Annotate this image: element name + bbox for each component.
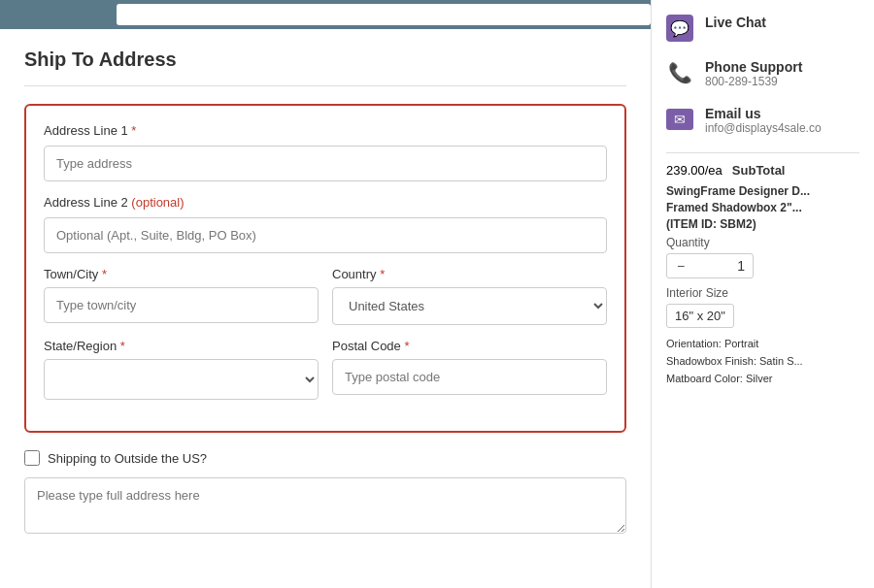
support-text-livechat: Live Chat (705, 15, 766, 30)
product-info: 239.00/ea SubTotal SwingFrame Designer D… (666, 163, 859, 387)
support-text-email: Email us info@displays4sale.co (705, 106, 822, 135)
product-price: 239.00/ea (666, 163, 723, 178)
town-city-input[interactable] (44, 287, 319, 323)
support-item-livechat[interactable]: 💬 Live Chat (666, 15, 859, 42)
address-line1-label: Address Line 1 * (44, 123, 607, 138)
price-row: 239.00/ea SubTotal (666, 163, 859, 178)
support-text-phone: Phone Support 800-289-1539 (705, 59, 802, 88)
state-region-select[interactable]: Alabama Alaska Arizona California Colora… (44, 359, 319, 400)
quantity-label: Quantity (666, 236, 859, 249)
email-icon: ✉ (666, 106, 693, 133)
size-label: Interior Size (666, 286, 859, 300)
quantity-control: − 1 (666, 253, 754, 278)
state-region-col: State/Region * Alabama Alaska Arizona Ca… (44, 339, 319, 400)
postal-code-label: Postal Code * (332, 339, 607, 353)
address-line2-input[interactable] (44, 217, 607, 253)
state-postal-row: State/Region * Alabama Alaska Arizona Ca… (44, 339, 607, 400)
postal-code-input[interactable] (332, 359, 607, 395)
town-country-row: Town/City * Country * United States Cana… (44, 267, 607, 325)
support-item-email[interactable]: ✉ Email us info@displays4sale.co (666, 106, 859, 135)
full-address-container (24, 477, 626, 537)
size-section: Interior Size 16" x 20" (666, 286, 859, 336)
town-city-label: Town/City * (44, 267, 319, 281)
outside-us-label[interactable]: Shipping to Outside the US? (48, 451, 207, 466)
support-item-phone[interactable]: 📞 Phone Support 800-289-1539 (666, 59, 859, 88)
orientation-text: Orientation: Portrait Shadowbox Finish: … (666, 336, 859, 387)
modal-panel: Ship To Address Address Line 1 * Address… (0, 29, 651, 588)
modal-divider (24, 85, 626, 86)
quantity-value: 1 (737, 258, 745, 274)
size-value: 16" x 20" (666, 304, 734, 328)
quantity-decrease-button[interactable]: − (675, 258, 687, 274)
modal-title: Ship To Address (0, 29, 651, 85)
country-col: Country * United States Canada United Ki… (332, 267, 607, 325)
quantity-section: Quantity − 1 (666, 236, 859, 278)
address-line1-input[interactable] (44, 146, 607, 181)
outside-us-row: Shipping to Outside the US? (24, 450, 626, 466)
country-label: Country * (332, 267, 607, 281)
chat-icon: 💬 (666, 15, 693, 42)
country-select[interactable]: United States Canada United Kingdom Aust… (332, 287, 607, 325)
product-name: SwingFrame Designer D...Framed Shadowbox… (666, 183, 859, 232)
search-bar (117, 4, 651, 25)
right-panel: 💬 Live Chat 📞 Phone Support 800-289-1539… (651, 0, 874, 588)
panel-divider (666, 152, 859, 153)
postal-code-col: Postal Code * (332, 339, 607, 400)
outside-us-checkbox[interactable] (24, 450, 40, 466)
state-region-label: State/Region * (44, 339, 319, 353)
full-address-textarea[interactable] (24, 477, 626, 534)
address-line2-label: Address Line 2 (optional) (44, 195, 607, 210)
town-city-col: Town/City * (44, 267, 319, 325)
phone-icon: 📞 (666, 59, 693, 86)
subtotal-label: SubTotal (732, 163, 786, 178)
address-form: Address Line 1 * Address Line 2 (optiona… (24, 104, 626, 433)
